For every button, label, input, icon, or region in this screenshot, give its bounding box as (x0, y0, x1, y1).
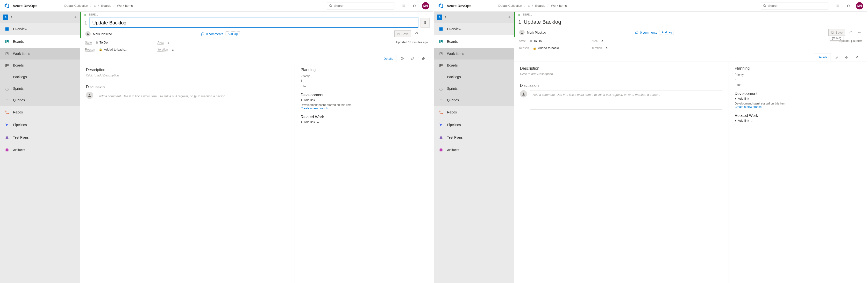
save-button[interactable]: Save (828, 29, 845, 36)
breadcrumb-boards[interactable]: Boards (535, 4, 545, 7)
discussion-input[interactable]: Add a comment. Use # to link a work item… (530, 90, 722, 110)
tab-details[interactable]: Details (380, 55, 397, 63)
avatar[interactable]: MH (422, 2, 429, 9)
list-icon[interactable] (401, 3, 407, 9)
discussion-input[interactable]: Add a comment. Use # to link a work item… (96, 92, 288, 111)
work-items-icon (4, 51, 10, 56)
add-link-related[interactable]: +Add link ⌄ (301, 120, 427, 124)
iteration-value[interactable]: a (172, 48, 174, 51)
related-work-heading: Related Work (301, 115, 427, 119)
related-work-heading: Related Work (735, 113, 861, 118)
sidebar-item-sub-boards[interactable]: Boards (0, 59, 80, 71)
tab-links-icon[interactable] (407, 55, 418, 63)
issue-label[interactable]: ISSUE 1 (522, 13, 532, 16)
sidebar-item-sprints[interactable]: Sprints (0, 83, 80, 94)
sidebar-item-pipelines[interactable]: Pipelines (0, 118, 80, 131)
sidebar-item-overview[interactable]: Overview (434, 23, 514, 35)
assignee-name[interactable]: Mark Pleskac (527, 31, 546, 34)
more-icon[interactable]: ⋯ (857, 29, 863, 35)
sidebar-item-sprints[interactable]: Sprints (434, 83, 514, 94)
add-link-development[interactable]: +Add link (735, 97, 861, 101)
more-icon[interactable]: ⋯ (423, 31, 429, 37)
breadcrumb-workitems[interactable]: Work Items (551, 4, 567, 7)
create-branch-link[interactable]: Create a new branch (301, 107, 427, 110)
sidebar-item-pipelines[interactable]: Pipelines (434, 118, 514, 131)
sidebar-item-backlogs[interactable]: Backlogs (0, 71, 80, 83)
sidebar-item-repos[interactable]: Repos (0, 106, 80, 118)
sidebar-item-queries[interactable]: Queries (0, 94, 80, 106)
comments-link[interactable]: 0 comments (635, 31, 657, 34)
sidebar-item-sub-boards[interactable]: Boards (434, 59, 514, 71)
sidebar-item-work-items[interactable]: Work Items (434, 48, 514, 59)
title-input[interactable] (90, 18, 418, 28)
title-side-button[interactable] (421, 18, 430, 28)
search-input[interactable] (768, 4, 826, 7)
breadcrumb-collection[interactable]: DefaultCollection (64, 4, 88, 7)
area-value[interactable]: a (167, 40, 169, 44)
tab-history-icon[interactable] (397, 55, 407, 63)
sidebar-item-queries[interactable]: Queries (434, 94, 514, 106)
tab-links-icon[interactable] (841, 53, 852, 61)
add-link-development[interactable]: +Add link (301, 98, 427, 102)
add-icon[interactable]: + (508, 14, 511, 20)
create-branch-link[interactable]: Create a new branch (735, 105, 861, 109)
area-value[interactable]: a (601, 39, 603, 43)
add-icon[interactable]: + (74, 14, 77, 20)
breadcrumb-workitems[interactable]: Work Items (117, 4, 133, 7)
product-name[interactable]: Azure DevOps (446, 4, 471, 8)
comments-link[interactable]: 0 comments (201, 32, 223, 36)
project-row[interactable]: A a + (434, 11, 514, 23)
project-row[interactable]: A a + (0, 11, 80, 23)
sidebar-label-test-plans: Test Plans (447, 136, 463, 139)
updated-timestamp[interactable]: Updated 10 minutes ago (396, 40, 428, 44)
search-input[interactable] (334, 4, 392, 7)
svg-rect-39 (439, 29, 441, 31)
tab-details[interactable]: Details (814, 53, 831, 61)
reason-value[interactable]: 🔒Added to backl... (533, 46, 561, 50)
description-placeholder[interactable]: Click to add Description (520, 70, 722, 77)
svg-rect-10 (7, 40, 8, 42)
assignee-name[interactable]: Mark Pleskac (93, 32, 112, 36)
save-button[interactable]: Save (394, 30, 411, 37)
shopping-bag-icon[interactable] (411, 3, 417, 9)
search-box[interactable] (761, 2, 828, 9)
product-name[interactable]: Azure DevOps (12, 4, 37, 8)
tab-attachments-icon[interactable] (418, 55, 429, 63)
sidebar-item-boards[interactable]: Boards (0, 35, 80, 48)
sidebar-item-boards[interactable]: Boards (434, 35, 514, 48)
description-placeholder[interactable]: Click to add Description (86, 72, 288, 79)
breadcrumb-project[interactable]: a (94, 4, 95, 7)
title-text[interactable]: Update Backlog (524, 18, 864, 26)
reason-value[interactable]: 🔒Added to back... (99, 48, 127, 51)
sidebar-item-artifacts[interactable]: Artifacts (434, 144, 514, 156)
breadcrumb-collection[interactable]: DefaultCollection (498, 4, 522, 7)
issue-label[interactable]: ISSUE 1 (88, 13, 98, 16)
sidebar-item-test-plans[interactable]: Test Plans (0, 131, 80, 144)
add-tag-button[interactable]: Add tag (225, 31, 240, 36)
priority-value[interactable]: 2 (301, 78, 427, 82)
breadcrumb-boards[interactable]: Boards (101, 4, 111, 7)
state-value[interactable]: To Do (530, 39, 542, 43)
list-icon[interactable] (835, 3, 841, 9)
add-tag-button[interactable]: Add tag (659, 30, 674, 35)
sidebar-item-artifacts[interactable]: Artifacts (0, 144, 80, 156)
refresh-icon[interactable] (414, 31, 420, 37)
iteration-value[interactable]: a (606, 46, 608, 50)
state-dot-icon (96, 41, 98, 44)
priority-value[interactable]: 2 (735, 77, 861, 81)
sidebar-label-pipelines: Pipelines (13, 123, 27, 127)
sidebar-item-repos[interactable]: Repos (434, 106, 514, 118)
state-value[interactable]: To Do (96, 40, 108, 44)
sidebar-item-overview[interactable]: Overview (0, 23, 80, 35)
sidebar-item-test-plans[interactable]: Test Plans (434, 131, 514, 144)
tab-attachments-icon[interactable] (852, 53, 863, 61)
breadcrumb-project[interactable]: a (528, 4, 529, 7)
sidebar-item-work-items[interactable]: Work Items (0, 48, 80, 59)
shopping-bag-icon[interactable] (845, 3, 851, 9)
tab-history-icon[interactable] (831, 53, 841, 61)
add-link-related[interactable]: +Add link ⌄ (735, 119, 861, 122)
sidebar-item-backlogs[interactable]: Backlogs (434, 71, 514, 83)
search-box[interactable] (327, 2, 394, 9)
refresh-icon[interactable] (848, 29, 854, 35)
avatar[interactable]: MH (856, 2, 863, 9)
